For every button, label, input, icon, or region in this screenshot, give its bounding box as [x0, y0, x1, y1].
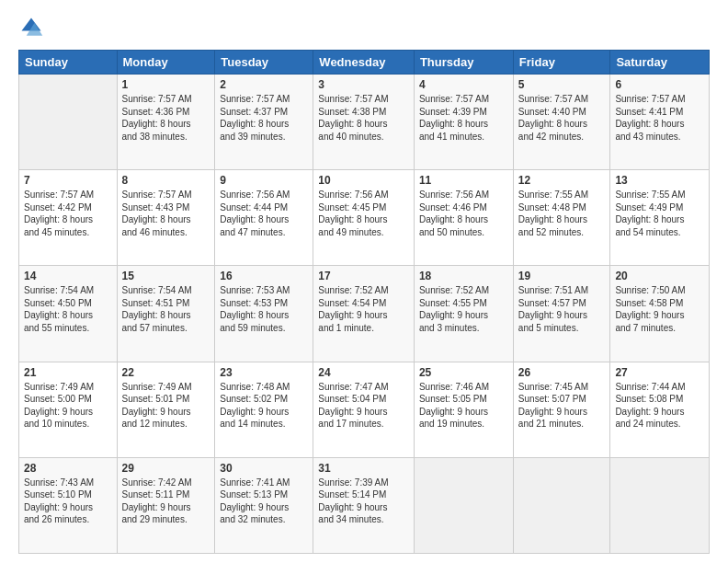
- day-number: 7: [24, 174, 112, 187]
- day-number: 28: [24, 462, 112, 475]
- calendar-cell: 21Sunrise: 7:49 AMSunset: 5:00 PMDayligh…: [19, 362, 118, 457]
- day-number: 24: [318, 366, 409, 379]
- day-content: Sunrise: 7:56 AMSunset: 4:45 PMDaylight:…: [318, 189, 409, 238]
- day-content: Sunrise: 7:45 AMSunset: 5:07 PMDaylight:…: [518, 381, 606, 431]
- calendar-cell: 23Sunrise: 7:48 AMSunset: 5:02 PMDayligh…: [215, 362, 313, 457]
- calendar-cell: 30Sunrise: 7:41 AMSunset: 5:13 PMDayligh…: [215, 457, 313, 553]
- day-content: Sunrise: 7:57 AMSunset: 4:36 PMDaylight:…: [122, 93, 210, 143]
- calendar-cell: 29Sunrise: 7:42 AMSunset: 5:11 PMDayligh…: [117, 457, 215, 553]
- day-number: 6: [615, 78, 704, 91]
- page: SundayMondayTuesdayWednesdayThursdayFrid…: [0, 0, 728, 563]
- header: [18, 15, 710, 40]
- day-content: Sunrise: 7:50 AMSunset: 4:58 PMDaylight:…: [615, 284, 704, 334]
- day-number: 2: [220, 78, 308, 91]
- day-content: Sunrise: 7:54 AMSunset: 4:50 PMDaylight:…: [24, 284, 112, 334]
- calendar-cell: 10Sunrise: 7:56 AMSunset: 4:45 PMDayligh…: [313, 170, 415, 266]
- calendar-cell: 31Sunrise: 7:39 AMSunset: 5:14 PMDayligh…: [313, 457, 415, 553]
- calendar-cell: 27Sunrise: 7:44 AMSunset: 5:08 PMDayligh…: [610, 362, 710, 457]
- day-number: 1: [122, 78, 210, 91]
- day-number: 31: [318, 462, 409, 475]
- day-content: Sunrise: 7:49 AMSunset: 5:00 PMDaylight:…: [24, 381, 112, 431]
- day-number: 3: [318, 78, 409, 91]
- calendar-cell: 28Sunrise: 7:43 AMSunset: 5:10 PMDayligh…: [19, 457, 118, 553]
- day-content: Sunrise: 7:51 AMSunset: 4:57 PMDaylight:…: [518, 284, 606, 334]
- day-content: Sunrise: 7:47 AMSunset: 5:04 PMDaylight:…: [318, 381, 409, 431]
- day-content: Sunrise: 7:55 AMSunset: 4:48 PMDaylight:…: [518, 189, 606, 238]
- logo-icon: [18, 15, 44, 40]
- day-number: 27: [615, 366, 704, 379]
- calendar-week-1: 1Sunrise: 7:57 AMSunset: 4:36 PMDaylight…: [19, 75, 710, 170]
- calendar-cell: 26Sunrise: 7:45 AMSunset: 5:07 PMDayligh…: [513, 362, 610, 457]
- calendar-cell: 7Sunrise: 7:57 AMSunset: 4:42 PMDaylight…: [19, 170, 118, 266]
- day-number: 12: [518, 174, 606, 187]
- day-content: Sunrise: 7:57 AMSunset: 4:38 PMDaylight:…: [318, 93, 409, 143]
- day-content: Sunrise: 7:43 AMSunset: 5:10 PMDaylight:…: [24, 477, 112, 526]
- day-number: 26: [518, 366, 606, 379]
- day-number: 21: [24, 366, 112, 379]
- calendar-header: SundayMondayTuesdayWednesdayThursdayFrid…: [19, 51, 710, 75]
- day-content: Sunrise: 7:52 AMSunset: 4:54 PMDaylight:…: [318, 284, 409, 334]
- day-content: Sunrise: 7:56 AMSunset: 4:44 PMDaylight:…: [220, 189, 308, 238]
- day-number: 19: [518, 270, 606, 282]
- day-content: Sunrise: 7:44 AMSunset: 5:08 PMDaylight:…: [615, 381, 704, 431]
- calendar-cell: 1Sunrise: 7:57 AMSunset: 4:36 PMDaylight…: [117, 75, 215, 170]
- calendar-cell: 3Sunrise: 7:57 AMSunset: 4:38 PMDaylight…: [313, 75, 415, 170]
- day-number: 13: [615, 174, 704, 187]
- calendar-week-2: 7Sunrise: 7:57 AMSunset: 4:42 PMDaylight…: [19, 170, 710, 266]
- day-number: 22: [122, 366, 210, 379]
- weekday-header-friday: Friday: [513, 51, 610, 75]
- day-content: Sunrise: 7:57 AMSunset: 4:37 PMDaylight:…: [220, 93, 308, 143]
- day-number: 4: [419, 78, 508, 91]
- day-number: 29: [122, 462, 210, 475]
- calendar-cell: 8Sunrise: 7:57 AMSunset: 4:43 PMDaylight…: [117, 170, 215, 266]
- day-content: Sunrise: 7:42 AMSunset: 5:11 PMDaylight:…: [122, 477, 210, 526]
- day-content: Sunrise: 7:57 AMSunset: 4:39 PMDaylight:…: [419, 93, 508, 143]
- weekday-header-thursday: Thursday: [414, 51, 513, 75]
- day-content: Sunrise: 7:57 AMSunset: 4:42 PMDaylight:…: [24, 189, 112, 238]
- header-row: SundayMondayTuesdayWednesdayThursdayFrid…: [19, 51, 710, 75]
- calendar-cell: 9Sunrise: 7:56 AMSunset: 4:44 PMDaylight…: [215, 170, 313, 266]
- calendar-cell: [610, 457, 710, 553]
- day-number: 15: [122, 270, 210, 282]
- calendar-cell: 25Sunrise: 7:46 AMSunset: 5:05 PMDayligh…: [414, 362, 513, 457]
- weekday-header-wednesday: Wednesday: [313, 51, 415, 75]
- day-number: 25: [419, 366, 508, 379]
- calendar-cell: 6Sunrise: 7:57 AMSunset: 4:41 PMDaylight…: [610, 75, 710, 170]
- day-content: Sunrise: 7:57 AMSunset: 4:43 PMDaylight:…: [122, 189, 210, 238]
- day-content: Sunrise: 7:39 AMSunset: 5:14 PMDaylight:…: [318, 477, 409, 526]
- calendar-cell: 17Sunrise: 7:52 AMSunset: 4:54 PMDayligh…: [313, 266, 415, 362]
- day-content: Sunrise: 7:41 AMSunset: 5:13 PMDaylight:…: [220, 477, 308, 526]
- calendar-cell: 16Sunrise: 7:53 AMSunset: 4:53 PMDayligh…: [215, 266, 313, 362]
- day-content: Sunrise: 7:46 AMSunset: 5:05 PMDaylight:…: [419, 381, 508, 431]
- day-content: Sunrise: 7:57 AMSunset: 4:40 PMDaylight:…: [518, 93, 606, 143]
- day-number: 8: [122, 174, 210, 187]
- calendar-cell: 20Sunrise: 7:50 AMSunset: 4:58 PMDayligh…: [610, 266, 710, 362]
- day-content: Sunrise: 7:52 AMSunset: 4:55 PMDaylight:…: [419, 284, 508, 334]
- calendar-cell: 18Sunrise: 7:52 AMSunset: 4:55 PMDayligh…: [414, 266, 513, 362]
- day-number: 23: [220, 366, 308, 379]
- day-number: 20: [615, 270, 704, 282]
- calendar-week-4: 21Sunrise: 7:49 AMSunset: 5:00 PMDayligh…: [19, 362, 710, 457]
- day-number: 16: [220, 270, 308, 282]
- day-number: 11: [419, 174, 508, 187]
- calendar-cell: 4Sunrise: 7:57 AMSunset: 4:39 PMDaylight…: [414, 75, 513, 170]
- calendar-cell: [513, 457, 610, 553]
- calendar-cell: 14Sunrise: 7:54 AMSunset: 4:50 PMDayligh…: [19, 266, 118, 362]
- day-content: Sunrise: 7:57 AMSunset: 4:41 PMDaylight:…: [615, 93, 704, 143]
- calendar-cell: 2Sunrise: 7:57 AMSunset: 4:37 PMDaylight…: [215, 75, 313, 170]
- day-number: 14: [24, 270, 112, 282]
- calendar-week-5: 28Sunrise: 7:43 AMSunset: 5:10 PMDayligh…: [19, 457, 710, 553]
- day-number: 5: [518, 78, 606, 91]
- weekday-header-tuesday: Tuesday: [215, 51, 313, 75]
- day-content: Sunrise: 7:48 AMSunset: 5:02 PMDaylight:…: [220, 381, 308, 431]
- calendar-week-3: 14Sunrise: 7:54 AMSunset: 4:50 PMDayligh…: [19, 266, 710, 362]
- day-number: 18: [419, 270, 508, 282]
- logo: [18, 15, 48, 40]
- day-content: Sunrise: 7:55 AMSunset: 4:49 PMDaylight:…: [615, 189, 704, 238]
- calendar-cell: 12Sunrise: 7:55 AMSunset: 4:48 PMDayligh…: [513, 170, 610, 266]
- day-content: Sunrise: 7:49 AMSunset: 5:01 PMDaylight:…: [122, 381, 210, 431]
- day-number: 30: [220, 462, 308, 475]
- day-number: 9: [220, 174, 308, 187]
- calendar-cell: 22Sunrise: 7:49 AMSunset: 5:01 PMDayligh…: [117, 362, 215, 457]
- day-content: Sunrise: 7:54 AMSunset: 4:51 PMDaylight:…: [122, 284, 210, 334]
